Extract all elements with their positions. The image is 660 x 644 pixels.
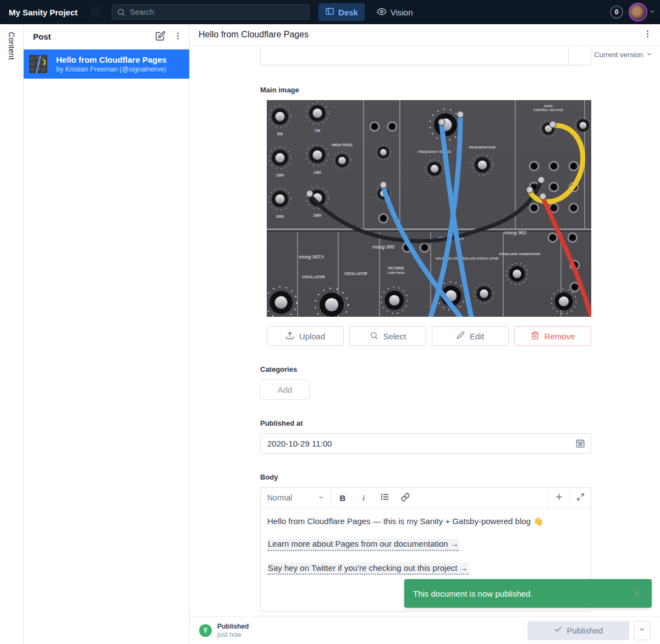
global-search xyxy=(112,4,310,20)
italic-button[interactable]: i xyxy=(355,489,372,506)
top-navbar: My Sanity Project Desk Vision 0 xyxy=(0,0,660,24)
new-document-button[interactable] xyxy=(87,4,104,20)
select-label: Select xyxy=(383,332,406,341)
desk-icon xyxy=(325,7,334,18)
svg-text:700: 700 xyxy=(315,129,321,133)
pane-menu-button[interactable] xyxy=(173,31,183,42)
main-image-preview[interactable]: 500700 10001400 20002600 HIGH PASS FREQU… xyxy=(267,100,591,317)
trash-icon xyxy=(531,331,540,342)
toast-published: This document is now published. xyxy=(404,579,652,608)
bold-button[interactable]: B xyxy=(334,489,351,506)
publish-status: Published just now xyxy=(199,623,249,639)
svg-text:REGENERATION: REGENERATION xyxy=(469,146,496,149)
document-footer: Published just now Published xyxy=(190,616,660,644)
select-button[interactable]: Select xyxy=(349,326,426,346)
compose-icon xyxy=(155,31,166,43)
check-icon xyxy=(554,625,562,635)
svg-text:OSCILLATOR: OSCILLATOR xyxy=(302,275,325,279)
block-style-select[interactable]: Normal xyxy=(261,488,331,508)
expand-icon xyxy=(576,493,585,503)
synthesizer-photo: 500700 10001400 20002600 HIGH PASS FREQU… xyxy=(267,100,591,317)
publish-menu-button[interactable] xyxy=(634,621,650,640)
edit-label: Edit xyxy=(470,332,484,341)
publish-status-title: Published xyxy=(217,623,249,630)
version-selector[interactable]: Current version xyxy=(594,51,652,59)
document-title: Hello from Cloudflare Pages xyxy=(199,30,309,40)
post-list-item-selected[interactable]: Hello from Cloudflare Pages by Kristian … xyxy=(24,49,189,79)
svg-text:LOW PASS: LOW PASS xyxy=(387,271,405,274)
close-icon[interactable] xyxy=(632,588,643,599)
published-icon xyxy=(199,624,212,637)
svg-text:ENVELOPE GENERATOR: ENVELOPE GENERATOR xyxy=(499,252,541,256)
post-item-title: Hello from Cloudflare Pages xyxy=(56,55,167,64)
body-link-1[interactable]: Learn more about Pages from our document… xyxy=(267,538,459,551)
pencil-icon xyxy=(457,331,465,341)
avatar xyxy=(629,3,647,21)
upload-button[interactable]: Upload xyxy=(267,326,344,346)
navbar-right: 0 xyxy=(610,3,660,21)
bullet-list-icon xyxy=(380,492,389,503)
svg-text:1400: 1400 xyxy=(314,170,322,174)
svg-text:FILTERS: FILTERS xyxy=(388,266,404,270)
remove-button[interactable]: Remove xyxy=(514,326,591,346)
upload-label: Upload xyxy=(299,332,326,341)
publish-status-time: just now xyxy=(217,631,249,639)
published-at-input[interactable] xyxy=(260,433,591,454)
post-list-pane: Post Hello from Cloudflare Pages xyxy=(24,24,190,644)
notifications-badge[interactable]: 0 xyxy=(610,5,623,19)
document-pane: Hello from Cloudflare Pages Current vers… xyxy=(190,24,660,644)
pane-title: Post xyxy=(33,32,51,41)
post-item-subtitle: by Kristian Freeman (@signalnerve) xyxy=(56,65,167,73)
user-menu[interactable] xyxy=(629,3,656,21)
svg-text:moog 995: moog 995 xyxy=(372,244,395,250)
sanity-studio: My Sanity Project Desk Vision 0 xyxy=(0,0,660,644)
insert-block-button[interactable] xyxy=(548,488,569,508)
upload-icon xyxy=(285,331,294,342)
tab-vision[interactable]: Vision xyxy=(370,3,420,21)
publish-button-label: Published xyxy=(567,626,603,635)
published-at-label: Published at xyxy=(260,419,302,427)
search-input[interactable] xyxy=(112,4,310,20)
add-category-button[interactable]: Add xyxy=(260,379,310,400)
main-image-label: Main image xyxy=(260,86,299,94)
document-menu-button[interactable] xyxy=(643,29,652,40)
kebab-icon xyxy=(643,29,652,40)
slug-field-partial[interactable] xyxy=(260,46,591,65)
body-label: Body xyxy=(260,473,278,481)
svg-text:2600: 2600 xyxy=(314,213,322,217)
svg-text:CONTROL VOLTAGE: CONTROL VOLTAGE xyxy=(534,108,564,112)
chevron-down-icon xyxy=(639,626,646,635)
editor-content[interactable]: Hello from Cloudflare Pages — this is my… xyxy=(261,508,591,582)
document-form: Current version Main image xyxy=(190,46,660,616)
chevron-down-icon xyxy=(646,51,652,59)
link-button[interactable] xyxy=(397,489,414,506)
edit-button[interactable]: Edit xyxy=(432,326,509,346)
block-style-value: Normal xyxy=(267,493,292,502)
version-label: Current version xyxy=(594,51,643,59)
tab-vision-label: Vision xyxy=(391,8,413,17)
toast-message: This document is now published. xyxy=(413,589,533,598)
post-list-header: Post xyxy=(24,24,189,49)
compose-icon xyxy=(91,6,101,18)
remove-label: Remove xyxy=(544,332,575,341)
body-link-2[interactable]: Say hey on Twitter if you're checking ou… xyxy=(267,563,469,575)
svg-text:2000: 2000 xyxy=(276,214,284,218)
expand-editor-button[interactable] xyxy=(569,488,591,508)
search-icon xyxy=(117,8,125,19)
tool-rail-content-label[interactable]: Content xyxy=(7,32,16,60)
body-paragraph: Hello from Cloudflare Pages — this is my… xyxy=(267,515,584,527)
search-icon xyxy=(370,331,378,342)
bullet-list-button[interactable] xyxy=(376,489,393,506)
kebab-icon xyxy=(173,31,183,42)
publish-button[interactable]: Published xyxy=(527,621,629,640)
link-icon xyxy=(401,493,410,503)
eye-icon xyxy=(377,7,387,18)
document-header: Hello from Cloudflare Pages xyxy=(190,24,660,46)
chevron-down-icon xyxy=(649,7,656,17)
calendar-icon[interactable] xyxy=(575,438,585,450)
svg-text:moog 907A: moog 907A xyxy=(299,254,324,260)
tab-desk[interactable]: Desk xyxy=(318,3,365,21)
tab-desk-label: Desk xyxy=(338,8,358,17)
project-title: My Sanity Project xyxy=(9,8,78,17)
create-post-button[interactable] xyxy=(155,31,166,43)
